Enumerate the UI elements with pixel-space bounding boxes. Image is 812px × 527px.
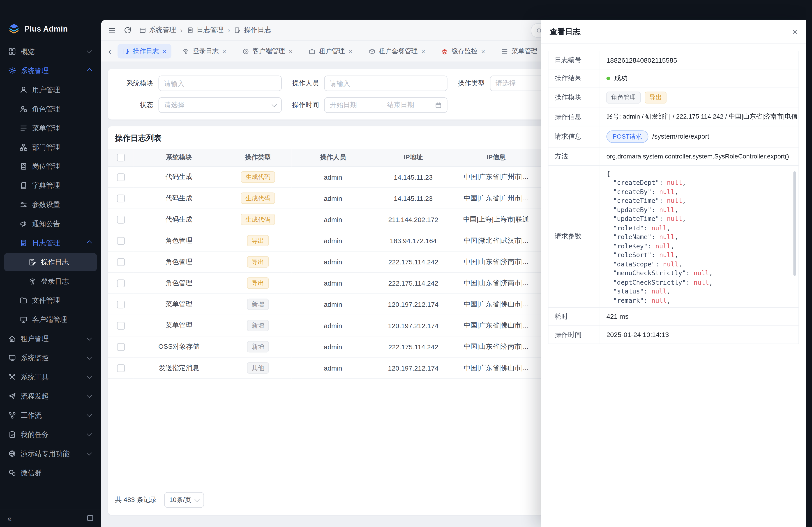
row-checkbox[interactable] <box>117 279 125 287</box>
row-checkbox[interactable] <box>117 364 125 372</box>
pin-panel-icon[interactable] <box>86 514 93 522</box>
code-scrollbar-thumb[interactable] <box>793 171 796 276</box>
close-icon[interactable]: × <box>289 48 292 55</box>
system-module-input[interactable] <box>159 76 282 91</box>
row-checkbox[interactable] <box>117 258 125 266</box>
badge-icon <box>20 163 27 170</box>
sidebar-item-system-monitor[interactable]: 系统监控 <box>4 349 97 367</box>
sidebar-item-menu-management[interactable]: 菜单管理 <box>4 119 97 137</box>
operation-time-range-picker[interactable]: 开始日期 → 结束日期 <box>324 97 447 113</box>
tab-tenant-package-management[interactable]: 租户套餐管理 × <box>363 44 431 58</box>
row-checkbox[interactable] <box>117 173 125 181</box>
col-ip-address: IP地址 <box>374 149 452 166</box>
document-edit-icon <box>234 27 241 33</box>
window-icon <box>140 27 146 33</box>
close-icon[interactable]: × <box>421 48 425 55</box>
book-icon <box>20 182 27 189</box>
sidebar-item-login-log[interactable]: 登录日志 <box>4 272 97 290</box>
duration-value: 421 ms <box>600 308 798 326</box>
row-checkbox[interactable] <box>117 343 125 350</box>
close-icon[interactable]: × <box>481 48 485 55</box>
sidebar-item-my-tasks[interactable]: 我的任务 <box>4 425 97 443</box>
request-params-code[interactable]: { createDeptnull createBynull createTime… <box>601 169 797 304</box>
tabs-scroll-left-icon[interactable]: ‹ <box>108 47 111 56</box>
tab-cache-monitor[interactable]: 缓存监控 × <box>436 44 490 58</box>
sidebar-item-tenant-management[interactable]: 租户管理 <box>4 330 97 348</box>
row-checkbox[interactable] <box>117 237 125 244</box>
sidebar-item-overview[interactable]: 概览 <box>4 42 97 60</box>
sidebar-item-param-settings[interactable]: 参数设置 <box>4 196 97 214</box>
sidebar-item-log-management[interactable]: 日志管理 <box>4 234 97 252</box>
calendar-icon <box>435 102 442 108</box>
operation-type-tag: 新增 <box>247 341 269 352</box>
tools-icon <box>8 373 16 381</box>
sliders-icon <box>20 201 27 209</box>
refresh-icon[interactable] <box>124 26 131 34</box>
row-checkbox[interactable] <box>117 215 125 223</box>
status-select[interactable]: 请选择 <box>159 97 282 113</box>
post-method-tag: POST请求 <box>607 130 648 143</box>
sidebar-item-dict-management[interactable]: 字典管理 <box>4 177 97 195</box>
select-all-checkbox[interactable] <box>117 154 125 161</box>
close-icon[interactable]: × <box>162 48 166 55</box>
sidebar-item-notice[interactable]: 通知公告 <box>4 215 97 233</box>
result-value: 成功 <box>614 74 628 83</box>
fingerprint-icon <box>28 277 36 285</box>
row-checkbox[interactable] <box>117 300 125 308</box>
breadcrumb-item-log-management[interactable]: 日志管理 <box>187 26 223 35</box>
request-path-value: /system/role/export <box>652 133 709 140</box>
sidebar-item-client-management[interactable]: 客户端管理 <box>4 311 97 329</box>
operation-type-tag: 导出 <box>247 235 269 246</box>
briefcase-icon <box>308 48 315 55</box>
sidebar-item-operation-log[interactable]: 操作日志 <box>4 253 97 271</box>
megaphone-icon <box>20 220 27 228</box>
sidebar-item-system-tools[interactable]: 系统工具 <box>4 368 97 386</box>
sidebar-item-system-management[interactable]: 系统管理 <box>4 62 97 79</box>
row-checkbox[interactable] <box>117 322 125 329</box>
log-id-value: 1882612840802115585 <box>600 51 798 69</box>
sidebar: Plus Admin 概览 系统管理 用户管理 角色管理 <box>0 0 101 527</box>
sidebar-item-role-management[interactable]: 角色管理 <box>4 100 97 118</box>
detail-row-log-id: 日志编号 1882612840802115585 <box>548 51 798 69</box>
sidebar-item-user-management[interactable]: 用户管理 <box>4 81 97 99</box>
drawer-header: 查看日志 × <box>541 20 806 44</box>
filter-status: 状态 请选择 <box>116 97 282 113</box>
chevron-up-icon <box>87 68 92 73</box>
total-records: 共 483 条记录 <box>115 495 157 505</box>
sidebar-item-workflow[interactable]: 工作流 <box>4 406 97 424</box>
detail-row-duration: 耗时 421 ms <box>548 308 798 326</box>
sidebar-item-demo-features[interactable]: 演示站专用功能 <box>4 445 97 463</box>
close-icon[interactable]: × <box>222 48 226 55</box>
close-icon[interactable]: × <box>348 48 352 55</box>
col-operator: 操作人员 <box>292 149 374 166</box>
chevron-down-icon <box>87 431 92 436</box>
operation-type-tag: 其他 <box>247 362 269 374</box>
tab-tenant-management[interactable]: 租户管理 × <box>303 44 358 58</box>
chevron-down-icon <box>87 335 92 341</box>
gear-icon <box>8 67 16 74</box>
close-icon[interactable]: × <box>792 27 798 36</box>
sidebar-item-wechat-group[interactable]: 微信群 <box>4 464 97 482</box>
page-size-select[interactable]: 10条/页 <box>164 492 204 508</box>
sidebar-item-dept-management[interactable]: 部门管理 <box>4 138 97 156</box>
tab-client-management[interactable]: 客户端管理 × <box>237 44 298 58</box>
collapse-sidebar-icon[interactable]: « <box>7 514 12 522</box>
user-gear-icon <box>20 105 27 113</box>
hamburger-menu-icon[interactable] <box>108 26 116 34</box>
operation-type-tag: 导出 <box>247 256 269 268</box>
operator-input[interactable] <box>324 76 447 91</box>
user-icon <box>20 86 27 93</box>
row-checkbox[interactable] <box>117 194 125 202</box>
sidebar-item-file-management[interactable]: 文件管理 <box>4 291 97 310</box>
breadcrumb-item-system[interactable]: 系统管理 <box>140 26 176 35</box>
sidebar-item-process-initiate[interactable]: 流程发起 <box>4 387 97 405</box>
breadcrumb-item-operation-log[interactable]: 操作日志 <box>234 26 271 35</box>
tab-operation-log[interactable]: 操作日志 × <box>117 44 171 58</box>
app-logo[interactable]: Plus Admin <box>0 0 101 38</box>
redis-icon <box>441 48 448 55</box>
list-icon <box>501 48 508 55</box>
detail-row-time: 操作时间 2025-01-24 10:14:13 <box>548 326 798 344</box>
sidebar-item-post-management[interactable]: 岗位管理 <box>4 157 97 175</box>
chevron-down-icon <box>87 355 92 360</box>
tab-login-log[interactable]: 登录日志 × <box>177 44 231 58</box>
